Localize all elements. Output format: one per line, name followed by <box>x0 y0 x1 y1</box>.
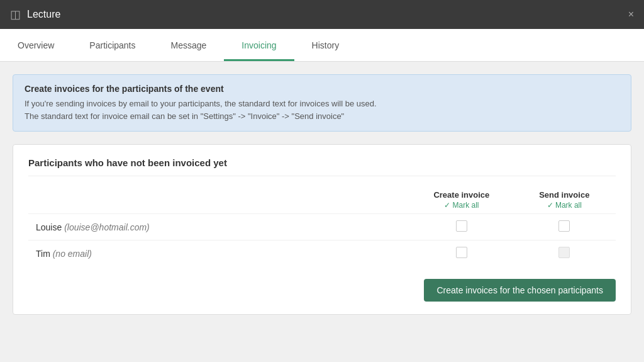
main-content: Create invoices for the participants of … <box>0 62 644 362</box>
info-box-title: Create invoices for the participants of … <box>25 84 619 94</box>
create-invoices-button[interactable]: Create invoices for the chosen participa… <box>424 279 616 302</box>
create-invoice-checkbox-tim[interactable] <box>410 240 513 267</box>
close-button[interactable]: × <box>628 9 634 20</box>
participant-name: Tim <box>36 249 53 259</box>
participant-email: (no email) <box>53 249 92 259</box>
col-header-send: Send invoice ✓ Mark all <box>513 186 616 214</box>
mark-all-send[interactable]: ✓ Mark all <box>521 201 608 210</box>
participant-email: (louise@hotmail.com) <box>64 222 150 232</box>
participant-name-tim: Tim (no email) <box>28 240 410 267</box>
participants-panel: Participants who have not been invoiced … <box>13 144 631 315</box>
tab-participants[interactable]: Participants <box>72 29 153 61</box>
checkbox-create-tim[interactable] <box>456 247 467 258</box>
col-header-create: Create invoice ✓ Mark all <box>410 186 513 214</box>
button-row: Create invoices for the chosen participa… <box>28 279 616 302</box>
col-header-name <box>28 186 410 214</box>
titlebar: ◫ Lecture × <box>0 0 644 29</box>
info-box-line1: If you're sending invoices by email to y… <box>25 98 619 110</box>
panel-title: Participants who have not been invoiced … <box>28 157 616 176</box>
create-invoice-checkbox-louise[interactable] <box>410 214 513 240</box>
participant-name: Louise <box>36 222 64 232</box>
checkbox-create-louise[interactable] <box>456 220 467 232</box>
mark-all-create[interactable]: ✓ Mark all <box>418 201 505 210</box>
send-invoice-checkbox-tim <box>513 240 616 267</box>
tab-history[interactable]: History <box>294 29 357 61</box>
tab-message[interactable]: Message <box>153 29 225 61</box>
tab-overview[interactable]: Overview <box>0 29 72 61</box>
tabbar: Overview Participants Message Invoicing … <box>0 29 644 62</box>
invoice-table: Create invoice ✓ Mark all Send invoice ✓… <box>28 186 616 266</box>
tab-invoicing[interactable]: Invoicing <box>224 29 294 61</box>
table-row: Tim (no email) <box>28 240 616 267</box>
table-row: Louise (louise@hotmail.com) <box>28 214 616 240</box>
info-box-line2: The standard text for invoice email can … <box>25 110 619 123</box>
checkbox-send-louise[interactable] <box>558 220 570 232</box>
participant-name-louise: Louise (louise@hotmail.com) <box>28 214 410 240</box>
titlebar-left: ◫ Lecture <box>10 8 60 21</box>
app-icon: ◫ <box>10 8 21 21</box>
send-invoice-checkbox-louise[interactable] <box>513 214 616 240</box>
checkbox-send-tim <box>558 247 570 258</box>
window-title: Lecture <box>27 9 60 20</box>
info-box: Create invoices for the participants of … <box>13 74 631 132</box>
